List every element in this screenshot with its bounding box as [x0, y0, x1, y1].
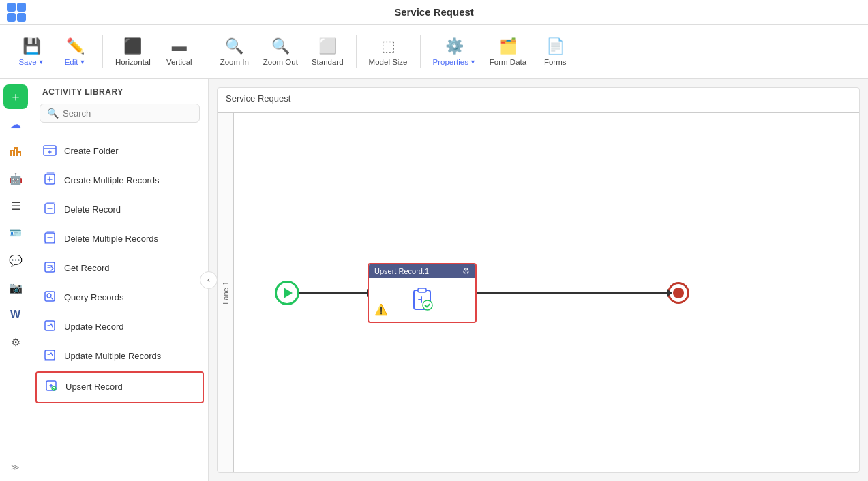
lib-item-query-records[interactable]: Query Records [31, 283, 208, 313]
zoom-in-button[interactable]: 🔍 Zoom In [214, 29, 255, 75]
model-size-label: Model Size [369, 58, 408, 66]
icon-rail: ＋ ☁ 🤖 ☰ 🪪 💬 📷 W ⚙ ≫ [0, 79, 31, 481]
forms-icon: 📄 [546, 37, 565, 55]
node-title: Upsert Record.1 [374, 267, 429, 275]
rail-icon-chat[interactable]: 💬 [3, 248, 28, 273]
toolbar-divider-1 [102, 35, 103, 68]
svg-point-6 [47, 294, 51, 298]
toolbar-divider-2 [207, 35, 207, 68]
node-header: Upsert Record.1 ⚙ [369, 264, 475, 278]
rail-icon-chart[interactable] [3, 139, 28, 164]
lib-item-label: Create Multiple Records [64, 175, 159, 187]
flow-arrow-2 [477, 292, 668, 294]
vertical-button[interactable]: ▬ Vertical [159, 29, 200, 75]
upsert-record-icon [44, 378, 59, 397]
node-body: ⚠️ [369, 278, 475, 322]
lib-item-create-folder[interactable]: Create Folder [31, 137, 208, 166]
rail-icon-id[interactable]: 🪪 [3, 221, 28, 245]
rail-more[interactable]: ≫ [3, 459, 28, 476]
lib-item-update-multiple-records[interactable]: Update Multiple Records [31, 342, 208, 371]
rail-icon-list[interactable]: ☰ [3, 193, 28, 218]
lib-item-label: Update Multiple Records [64, 351, 161, 362]
lane: Lane 1 Upsert Record.1 ⚙ [218, 112, 859, 472]
search-input[interactable] [63, 108, 192, 119]
delete-multiple-records-icon [42, 230, 57, 249]
vertical-label: Vertical [166, 58, 192, 66]
search-icon: 🔍 [47, 108, 59, 119]
svg-point-13 [423, 300, 432, 310]
start-play-icon [284, 288, 293, 298]
rail-icon-wp[interactable]: W [3, 302, 28, 327]
toolbar-divider-3 [356, 35, 357, 68]
lib-item-create-multiple-records[interactable]: Create Multiple Records [31, 166, 208, 196]
zoom-out-button[interactable]: 🔍 Zoom Out [258, 29, 303, 75]
top-bar: Service Request [0, 0, 868, 25]
properties-button[interactable]: ⚙️ Properties ▼ [428, 29, 481, 75]
upsert-record-node[interactable]: Upsert Record.1 ⚙ [368, 263, 477, 323]
horizontal-button[interactable]: ⬛ Horizontal [110, 29, 156, 75]
svg-rect-8 [45, 350, 55, 360]
zoom-out-label: Zoom Out [263, 58, 298, 66]
collapse-sidebar-button[interactable]: ‹ [200, 271, 218, 289]
properties-label: Properties ▼ [433, 58, 476, 66]
standard-button[interactable]: ⬜ Standard [306, 29, 349, 75]
lib-item-delete-record[interactable]: Delete Record [31, 196, 208, 225]
page-title: Service Request [394, 6, 474, 18]
lib-item-label: Get Record [64, 263, 109, 275]
edit-button[interactable]: ✏️ Edit ▼ [55, 29, 95, 75]
upsert-activity-icon [408, 286, 436, 313]
properties-icon: ⚙️ [445, 37, 464, 55]
rail-icon-cloud[interactable]: ☁ [3, 112, 28, 136]
lane-label: Lane 1 [218, 113, 234, 472]
svg-rect-4 [45, 262, 55, 272]
flow-diagram: Upsert Record.1 ⚙ [234, 113, 859, 472]
toolbar: 💾 Save ▼ ✏️ Edit ▼ ⬛ Horizontal ▬ Vertic… [0, 25, 868, 79]
toolbar-divider-4 [420, 35, 421, 68]
update-record-icon [42, 318, 57, 337]
svg-rect-12 [418, 288, 426, 292]
node-settings-icon[interactable]: ⚙ [462, 266, 470, 276]
search-box[interactable]: 🔍 [40, 104, 200, 123]
lib-item-upsert-label: Upsert Record [65, 382, 123, 393]
lib-item-label: Update Record [64, 322, 123, 333]
start-node[interactable] [275, 281, 299, 305]
lib-item-label: Delete Multiple Records [64, 234, 158, 245]
canvas-area: Service Request Lane 1 [209, 79, 868, 481]
standard-label: Standard [312, 58, 344, 66]
update-multiple-records-icon [42, 347, 57, 366]
create-multiple-records-icon [42, 172, 57, 190]
save-button[interactable]: 💾 Save ▼ [11, 29, 52, 75]
zoom-out-icon: 🔍 [271, 37, 290, 55]
delete-record-icon [42, 201, 57, 219]
lib-item-label: Query Records [64, 292, 123, 304]
model-size-button[interactable]: ⬚ Model Size [363, 29, 413, 75]
forms-button[interactable]: 📄 Forms [535, 29, 575, 75]
standard-icon: ⬜ [318, 37, 337, 55]
save-label: Save ▼ [18, 58, 44, 66]
rail-icon-bot[interactable]: 🤖 [3, 166, 28, 191]
query-records-icon [42, 289, 57, 307]
library-divider [40, 131, 200, 131]
rail-icon-plus[interactable]: ＋ [3, 84, 28, 109]
form-data-icon: 🗂️ [499, 37, 518, 55]
lib-item-delete-multiple-records[interactable]: Delete Multiple Records [31, 225, 208, 254]
edit-label: Edit ▼ [65, 58, 86, 66]
zoom-in-icon: 🔍 [225, 37, 243, 55]
sidebar-title: ACTIVITY LIBRARY [31, 87, 208, 104]
rail-icon-video[interactable]: 📷 [3, 275, 28, 300]
get-record-icon [42, 260, 57, 278]
app-logo [7, 3, 26, 22]
warning-icon: ⚠️ [374, 303, 388, 316]
form-data-label: Form Data [490, 58, 526, 66]
lib-item-upsert-record[interactable]: Upsert Record [35, 371, 204, 403]
horizontal-label: Horizontal [115, 58, 151, 66]
end-stop-icon [673, 288, 684, 298]
lib-item-update-record[interactable]: Update Record [31, 313, 208, 342]
main-layout: ＋ ☁ 🤖 ☰ 🪪 💬 📷 W ⚙ ≫ ACTIVITY LIBRARY 🔍 [0, 79, 868, 481]
form-data-button[interactable]: 🗂️ Form Data [484, 29, 532, 75]
lib-item-label: Create Folder [64, 146, 118, 157]
rail-icon-settings[interactable]: ⚙ [3, 330, 28, 354]
lib-item-get-record[interactable]: Get Record [31, 254, 208, 283]
forms-label: Forms [544, 58, 567, 66]
vertical-icon: ▬ [172, 37, 187, 55]
